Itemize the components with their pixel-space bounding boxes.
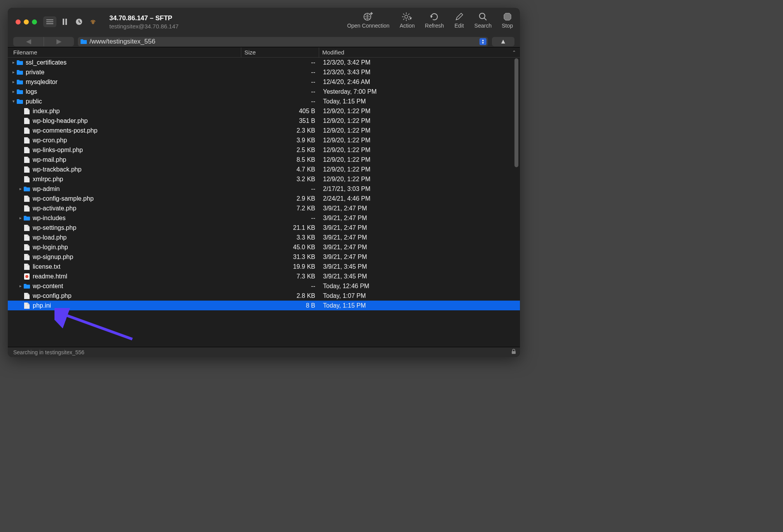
svg-point-9 (405, 15, 408, 18)
svg-rect-28 (17, 70, 19, 72)
toolbar-label: Search (474, 23, 492, 29)
file-row[interactable]: readme.html7.3 KB3/9/21, 3:45 PM (8, 271, 520, 281)
file-row[interactable]: wp-blog-header.php351 B12/9/20, 1:22 PM (8, 116, 520, 126)
folder-icon (23, 215, 30, 222)
file-row[interactable]: wp-settings.php21.1 KB3/9/21, 2:47 PM (8, 223, 520, 233)
file-modified: 12/9/20, 1:22 PM (319, 176, 520, 183)
action-button[interactable]: ▾ Action (397, 10, 417, 30)
file-modified: Today, 1:15 PM (319, 98, 520, 105)
status-text: Searching in testingsitex_556 (13, 349, 84, 355)
disclosure-triangle-icon[interactable]: ▸ (11, 60, 16, 65)
file-modified: Today, 12:46 PM (319, 283, 520, 290)
bookmarks-button[interactable] (60, 16, 70, 27)
path-stepper[interactable]: ▲▼ (479, 38, 486, 45)
file-modified: 12/9/20, 1:22 PM (319, 127, 520, 134)
folder-icon (23, 186, 30, 192)
folder-icon (80, 38, 87, 45)
file-row[interactable]: wp-login.php45.0 KB3/9/21, 2:47 PM (8, 242, 520, 252)
file-name: wp-content (33, 283, 63, 290)
file-row[interactable]: ▸wp-admin--2/17/21, 3:03 PM (8, 184, 520, 194)
file-row[interactable]: license.txt19.9 KB3/9/21, 3:45 PM (8, 262, 520, 271)
go-up-button[interactable]: ▲ (492, 37, 514, 46)
file-name: index.php (33, 108, 60, 115)
file-size: 3.9 KB (241, 137, 319, 144)
file-row[interactable]: ▸private--12/3/20, 3:43 PM (8, 67, 520, 77)
nav-back-button[interactable]: ◀ (13, 37, 44, 46)
file-modified: 3/9/21, 2:47 PM (319, 254, 520, 261)
scrollbar-thumb[interactable] (514, 58, 518, 167)
file-list[interactable]: ▸ssl_certificates--12/3/20, 3:42 PM▸priv… (8, 58, 520, 347)
file-icon (23, 244, 30, 251)
file-row[interactable]: wp-mail.php8.5 KB12/9/20, 1:22 PM (8, 155, 520, 164)
file-row[interactable]: ▸ssl_certificates--12/3/20, 3:42 PM (8, 58, 520, 67)
nav-segment: ◀ ▶ (13, 37, 74, 46)
file-row[interactable]: index.php405 B12/9/20, 1:22 PM (8, 106, 520, 116)
refresh-button[interactable]: Refresh (423, 10, 446, 30)
file-row[interactable]: xmlrpc.php3.2 KB12/9/20, 1:22 PM (8, 174, 520, 184)
disclosure-triangle-icon[interactable]: ▸ (11, 79, 16, 84)
file-size: 45.0 KB (241, 244, 319, 251)
file-row[interactable]: ▸logs--Yesterday, 7:00 PM (8, 87, 520, 96)
file-name: wp-trackback.php (33, 166, 81, 173)
svg-rect-32 (17, 89, 19, 91)
column-modified[interactable]: Modified ⌃ (319, 47, 520, 57)
file-row[interactable]: php.ini8 BToday, 1:15 PM (8, 301, 520, 310)
file-row[interactable]: ▸mysqleditor--12/4/20, 2:46 AM (8, 77, 520, 87)
close-window-button[interactable] (16, 19, 21, 24)
edit-button[interactable]: Edit (452, 10, 467, 30)
file-row[interactable]: wp-trackback.php4.7 KB12/9/20, 1:22 PM (8, 164, 520, 174)
column-filename[interactable]: Filename (8, 47, 241, 57)
file-row[interactable]: wp-links-opml.php2.5 KB12/9/20, 1:22 PM (8, 145, 520, 155)
svg-point-6 (92, 22, 94, 24)
column-size[interactable]: Size (241, 47, 319, 57)
scrollbar[interactable] (514, 58, 519, 346)
path-field[interactable]: /www/testingsitex_556 ▲▼ (78, 37, 488, 46)
disclosure-triangle-icon[interactable]: ▸ (18, 215, 23, 220)
svg-rect-3 (63, 19, 64, 25)
file-row[interactable]: ▸wp-includes--3/9/21, 2:47 PM (8, 213, 520, 223)
nav-forward-button[interactable]: ▶ (44, 37, 74, 46)
toolbar-label: Refresh (425, 23, 444, 29)
file-size: 2.3 KB (241, 127, 319, 134)
file-icon (23, 263, 30, 270)
titlebar: 34.70.86.147 – SFTP testingsitex@34.70.8… (8, 8, 520, 36)
file-icon (23, 302, 30, 309)
toolbar-label: Action (400, 23, 415, 29)
file-size: -- (241, 283, 319, 290)
disclosure-triangle-icon[interactable]: ▸ (11, 89, 16, 94)
file-size: 2.5 KB (241, 147, 319, 154)
refresh-icon (429, 11, 439, 23)
path-bar: ◀ ▶ /www/testingsitex_556 ▲▼ ▲ (8, 36, 520, 47)
file-modified: 12/3/20, 3:42 PM (319, 59, 520, 66)
file-size: -- (241, 69, 319, 76)
file-name: license.txt (33, 263, 60, 270)
file-icon (23, 195, 30, 202)
file-row[interactable]: ▸wp-content--Today, 12:46 PM (8, 281, 520, 291)
zoom-window-button[interactable] (32, 19, 37, 24)
file-row[interactable]: wp-cron.php3.9 KB12/9/20, 1:22 PM (8, 135, 520, 145)
disclosure-triangle-icon[interactable]: ▸ (11, 70, 16, 75)
file-row[interactable]: wp-config-sample.php2.9 KB2/24/21, 4:46 … (8, 194, 520, 203)
view-list-button[interactable] (43, 16, 56, 27)
app-window: Unregistered 34.70.86.147 – SFTP testing… (8, 8, 520, 357)
file-row[interactable]: wp-config.php2.8 KBToday, 1:07 PM (8, 291, 520, 301)
disclosure-triangle-icon[interactable]: ▸ (18, 186, 23, 191)
file-row[interactable]: wp-load.php3.3 KB3/9/21, 2:47 PM (8, 233, 520, 242)
file-name: logs (26, 88, 37, 95)
file-row[interactable]: ▾public--Today, 1:15 PM (8, 96, 520, 106)
bonjour-button[interactable] (88, 16, 98, 27)
svg-point-40 (25, 275, 28, 278)
open-connection-button[interactable]: + Open Connection (345, 10, 392, 30)
disclosure-triangle-icon[interactable]: ▸ (18, 284, 23, 289)
file-size: -- (241, 79, 319, 86)
search-button[interactable]: Search (472, 10, 494, 30)
file-row[interactable]: wp-signup.php31.3 KB3/9/21, 2:47 PM (8, 252, 520, 262)
file-row[interactable]: wp-activate.php7.2 KB3/9/21, 2:47 PM (8, 203, 520, 213)
file-size: 19.9 KB (241, 263, 319, 270)
minimize-window-button[interactable] (24, 19, 29, 24)
stop-button[interactable]: Stop (499, 10, 515, 30)
file-row[interactable]: wp-comments-post.php2.3 KB12/9/20, 1:22 … (8, 126, 520, 135)
disclosure-triangle-icon[interactable]: ▾ (11, 99, 16, 104)
history-button[interactable] (74, 16, 84, 27)
folder-icon (16, 88, 23, 95)
